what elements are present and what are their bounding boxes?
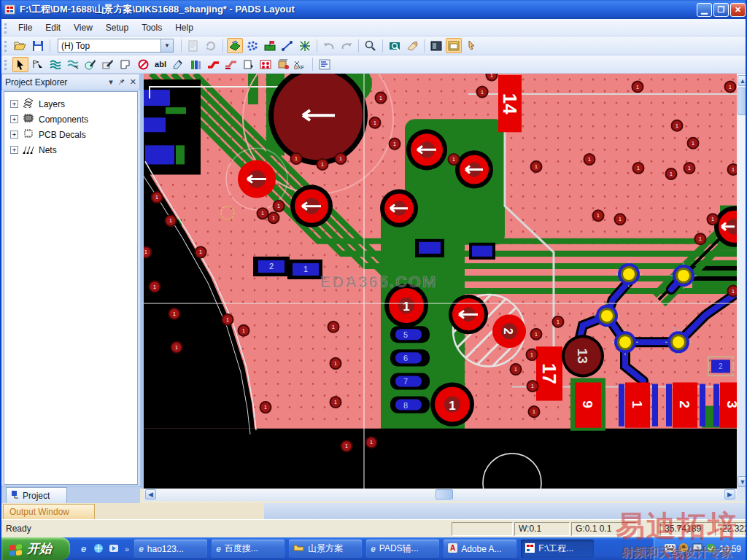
tab-output-window[interactable]: Output Window — [3, 504, 95, 519]
panel-pin-icon[interactable]: 📌︎ — [117, 77, 125, 87]
library-window-icon[interactable] — [446, 38, 462, 53]
pad-stacks-icon[interactable] — [258, 57, 274, 72]
dxf-icon[interactable]: DXF — [293, 57, 309, 72]
save-icon[interactable] — [30, 38, 46, 53]
tray-app-icon[interactable] — [679, 543, 689, 555]
route-pen2-icon[interactable] — [100, 57, 116, 72]
quick-launch-browser-icon[interactable] — [93, 542, 105, 555]
restore-button[interactable]: ❐ — [713, 3, 729, 17]
copy-paste-icon[interactable] — [240, 57, 256, 72]
close-button[interactable]: ✕ — [730, 3, 746, 17]
project-explorer-header[interactable]: Project Explorer ▾ 📌︎ ✕ — [1, 74, 140, 90]
hatch-icon[interactable] — [244, 38, 260, 53]
open-file-icon[interactable] — [12, 38, 28, 53]
taskbar-item-baidu[interactable]: e 百度搜... — [212, 540, 285, 558]
quick-launch-media-icon[interactable] — [108, 542, 120, 555]
route-pen-icon[interactable] — [82, 57, 98, 72]
expand-icon[interactable]: + — [10, 131, 18, 139]
menu-view[interactable]: View — [67, 20, 99, 35]
eraser-icon[interactable] — [404, 38, 420, 53]
trace-red-icon[interactable] — [205, 57, 221, 72]
select-flag-icon[interactable] — [30, 57, 46, 72]
keepout-icon[interactable] — [135, 57, 151, 72]
pcb-canvas[interactable]: 2 1 — [144, 74, 737, 489]
title-bar[interactable]: F:\工程\DM-1688\山景方案\DIKS1688_shanjing* - … — [1, 0, 747, 19]
svg-text:1: 1 — [332, 324, 335, 330]
scroll-down-icon[interactable]: ▼ — [738, 476, 747, 487]
panel-menu-arrow-icon[interactable]: ▾ — [109, 77, 113, 87]
refresh-icon[interactable] — [203, 38, 219, 53]
copper-pen-icon[interactable] — [170, 57, 186, 72]
toolbar1-grip[interactable] — [4, 41, 7, 52]
taskbar-item-folder[interactable]: 山景方案 — [289, 540, 362, 558]
board-flag-icon[interactable] — [262, 38, 278, 53]
start-button[interactable]: 开始 — [1, 537, 70, 560]
taskbar-item-hao123[interactable]: e hao123... — [134, 540, 207, 558]
quick-launch-ie-icon[interactable]: e — [77, 542, 90, 555]
scroll-up-icon[interactable]: ▲ — [738, 75, 747, 86]
toolbar2-grip[interactable] — [4, 60, 7, 70]
help-pointer-icon[interactable] — [463, 38, 479, 53]
menu-help[interactable]: Help — [169, 20, 200, 35]
tree-item-nets[interactable]: + Nets — [4, 142, 137, 158]
taskbar-item-pads-help[interactable]: e PADS辅... — [366, 540, 439, 558]
tab-project[interactable]: Project — [6, 487, 67, 503]
tree-label[interactable]: PCB Decals — [39, 130, 86, 140]
vertical-scrollbar[interactable]: ▲ ▼ — [737, 74, 747, 489]
menu-setup[interactable]: Setup — [99, 20, 135, 35]
expand-icon[interactable]: + — [10, 146, 18, 154]
tray-display-icon[interactable] — [692, 543, 703, 554]
vertical-scroll-thumb[interactable] — [738, 88, 747, 115]
components-icon — [22, 113, 35, 125]
tree-label[interactable]: Layers — [39, 99, 65, 109]
taskbar-item-pads-layout[interactable]: F:\工程... — [521, 540, 594, 558]
tray-clock[interactable]: 10:59 — [719, 544, 741, 554]
layer-selector[interactable]: (H) Top ▼ — [58, 39, 174, 52]
minimize-button[interactable]: ▁ — [697, 3, 712, 17]
svg-text:1: 1 — [345, 443, 348, 448]
pour-manager-icon[interactable] — [227, 38, 243, 53]
svg-text:DXF: DXF — [294, 65, 304, 70]
list-properties-icon[interactable] — [317, 57, 333, 72]
decal-library-icon[interactable] — [187, 57, 204, 72]
expand-icon[interactable]: + — [10, 100, 18, 108]
app-icon — [4, 4, 16, 15]
menu-tools[interactable]: Tools — [135, 20, 169, 35]
undo-icon[interactable] — [321, 38, 337, 53]
zoom-icon[interactable] — [363, 38, 379, 53]
taskbar-item-adobe[interactable]: A Adobe A... — [444, 540, 516, 558]
route-sketch-icon[interactable] — [65, 57, 81, 72]
scroll-right-icon[interactable]: ▶ — [724, 489, 735, 499]
expand-icon[interactable]: + — [10, 115, 18, 123]
trace-red2-icon[interactable] — [222, 57, 239, 72]
tree-label[interactable]: Components — [39, 114, 88, 125]
select-arrow-icon[interactable] — [12, 57, 28, 72]
scroll-left-icon[interactable]: ◀ — [145, 489, 156, 499]
menu-edit[interactable]: Edit — [39, 20, 67, 35]
panel-splitter[interactable] — [140, 74, 144, 489]
panel-close-icon[interactable]: ✕ — [130, 77, 136, 87]
ie-icon: e — [139, 544, 144, 554]
tree-item-pcb-decals[interactable]: + PCB Decals — [4, 127, 137, 142]
tree-label[interactable]: Nets — [39, 145, 57, 155]
redo-icon[interactable] — [338, 38, 355, 53]
menu-file[interactable]: File — [12, 20, 39, 35]
board-outline-icon[interactable] — [117, 57, 133, 72]
ratsnest-icon[interactable] — [297, 38, 313, 53]
project-explorer-icon[interactable] — [428, 38, 444, 53]
route-dynamic-icon[interactable] — [47, 57, 63, 72]
tray-update-icon[interactable] — [706, 543, 716, 555]
measure-icon[interactable] — [279, 38, 295, 53]
menu-grip[interactable] — [4, 23, 7, 34]
quick-launch-chevron-icon[interactable]: » — [125, 545, 129, 553]
tray-keyboard-icon[interactable] — [665, 544, 676, 554]
horizontal-scrollbar[interactable]: ◀ ▶ — [144, 489, 737, 501]
board-zoom-icon[interactable] — [387, 38, 403, 53]
pcb-drawing: 2 1 — [144, 74, 737, 489]
horizontal-scroll-thumb[interactable] — [436, 489, 453, 499]
tree-item-components[interactable]: + Components — [4, 112, 137, 127]
text-abl-icon[interactable]: abl — [152, 57, 169, 72]
properties-icon[interactable] — [185, 38, 201, 53]
tree-item-layers[interactable]: + Layers — [4, 96, 137, 112]
dimension-icon[interactable] — [275, 57, 291, 72]
